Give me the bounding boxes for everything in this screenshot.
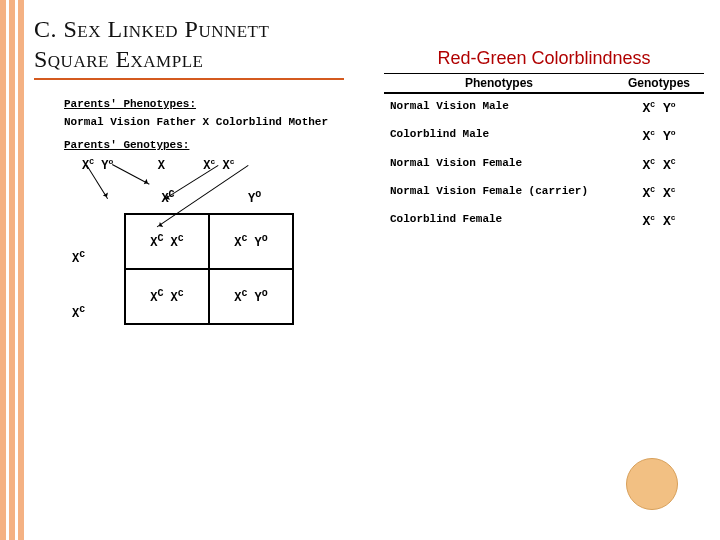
punnett-col-1: XC xyxy=(128,189,208,206)
cb-row-phenotype: Colorblind Male xyxy=(384,128,614,144)
cb-head-phenotypes: Phenotypes xyxy=(384,74,614,92)
cb-row: Normal Vision MaleXC Yo xyxy=(384,94,704,122)
cross-symbol: X xyxy=(158,159,165,173)
decorative-circle-icon xyxy=(626,458,678,510)
cb-row-phenotype: Normal Vision Male xyxy=(384,100,614,116)
cb-row-phenotype: Normal Vision Female (carrier) xyxy=(384,185,614,201)
left-stripes xyxy=(0,0,30,540)
punnett-cell-11: XC Xc xyxy=(125,214,209,269)
cb-row: Colorblind MaleXc Yo xyxy=(384,122,704,150)
cb-row-phenotype: Colorblind Female xyxy=(384,213,614,229)
left-panel: Parents' Phenotypes: Normal Vision Fathe… xyxy=(64,98,374,540)
punnett-cell-21: XC Xc xyxy=(125,269,209,324)
parents-phenotypes-text: Normal Vision Father X Colorblind Mother xyxy=(64,116,374,129)
cb-row-phenotype: Normal Vision Female xyxy=(384,157,614,173)
parents-genotypes-header: Parents' Genotypes: xyxy=(64,139,374,151)
cb-row-genotype: Xc Yo xyxy=(614,128,704,144)
colorblindness-table: Red-Green Colorblindness Phenotypes Geno… xyxy=(384,48,704,236)
cb-row-genotype: Xc Xc xyxy=(614,213,704,229)
cb-row-genotype: XC Xc xyxy=(614,185,704,201)
punnett-row-2: Xc xyxy=(72,282,85,337)
cb-row: Normal Vision Female (carrier)XC Xc xyxy=(384,179,704,207)
cb-row: Colorblind FemaleXc Xc xyxy=(384,207,704,235)
cb-row-genotype: XC Yo xyxy=(614,100,704,116)
parents-phenotypes-header: Parents' Phenotypes: xyxy=(64,98,374,110)
cb-row: Normal Vision FemaleXC XC xyxy=(384,151,704,179)
punnett-square: XC Yo Xc Xc XC Xc Xc Yo XC Xc Xc Yo xyxy=(68,189,374,359)
punnett-row-1: Xc xyxy=(72,227,85,282)
punnett-cell-12: Xc Yo xyxy=(209,214,293,269)
punnett-col-2: Yo xyxy=(215,189,295,206)
cb-head-genotypes: Genotypes xyxy=(614,74,704,92)
slide-title: C. Sex Linked Punnett Square Example xyxy=(34,14,344,80)
punnett-cell-22: Xc Yo xyxy=(209,269,293,324)
cb-row-genotype: XC XC xyxy=(614,157,704,173)
cb-title: Red-Green Colorblindness xyxy=(384,48,704,69)
